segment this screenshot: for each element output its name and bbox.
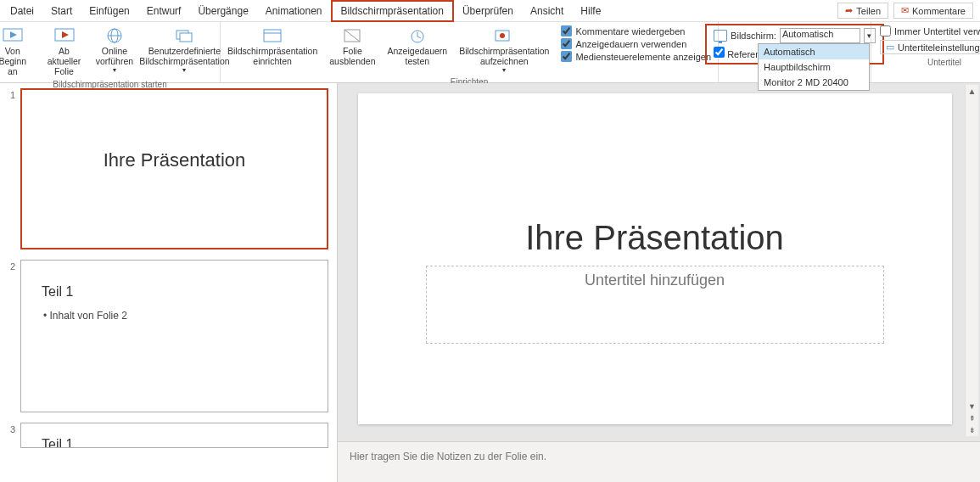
tab-hilfe[interactable]: Hilfe	[572, 2, 609, 20]
subtitle-settings-label: Untertiteleinstellungen	[898, 42, 980, 53]
custom-slideshow-icon	[172, 25, 196, 46]
btn-record-slideshow[interactable]: Bildschirmpräsentationaufzeichnen▾	[456, 24, 552, 76]
tab-entwurf[interactable]: Entwurf	[138, 2, 190, 20]
hide-slide-label: Folieausblenden	[329, 46, 375, 66]
thumb1-title: Ihre Präsentation	[37, 149, 311, 171]
present-online-label: Onlinevorführen	[96, 46, 133, 66]
slide-editor: Ihre Präsentation Untertitel hinzufügen …	[338, 83, 980, 482]
tab-einfuegen[interactable]: Einfügen	[81, 2, 137, 20]
share-button[interactable]: ➦Teilen	[837, 3, 888, 19]
chk-media-label: Mediensteuerelemente anzeigen	[575, 52, 711, 62]
group-setup: Bildschirmpräsentationeinrichten Folieau…	[221, 22, 719, 82]
group-start-label: Bildschirmpräsentation starten	[53, 78, 167, 91]
slide-title[interactable]: Ihre Präsentation	[525, 219, 784, 257]
share-icon: ➦	[845, 5, 853, 16]
tab-ansicht[interactable]: Ansicht	[522, 2, 572, 20]
setup-checkboxes: Kommentare wiedergeben Anzeigedauern ver…	[557, 24, 714, 64]
monitor-label: Bildschirm:	[731, 31, 776, 41]
from-current-icon	[53, 25, 76, 46]
thumb-number: 1	[3, 88, 15, 249]
from-current-label: Ab aktuellerFolie	[42, 46, 85, 76]
group-start-slideshow: VonBeginn an Ab aktuellerFolie Onlinevor…	[0, 22, 221, 82]
rehearse-icon	[406, 25, 429, 46]
custom-slideshow-label: BenutzerdefinierteBildschirmpräsentation	[139, 46, 229, 66]
btn-from-beginning[interactable]: VonBeginn an	[0, 24, 34, 78]
setup-label: Bildschirmpräsentationeinrichten	[227, 46, 317, 66]
tab-ueberpruefen[interactable]: Überprüfen	[454, 2, 522, 20]
slide-subtitle-placeholder[interactable]: Untertitel hinzufügen	[426, 266, 884, 344]
from-beginning-icon	[1, 25, 25, 46]
svg-marker-1	[10, 31, 17, 38]
rehearse-label: Anzeigedauerntesten	[388, 46, 448, 66]
tab-start[interactable]: Start	[42, 2, 81, 20]
btn-rehearse-timings[interactable]: Anzeigedauerntesten	[384, 24, 451, 68]
tab-bildschirmpraesentation[interactable]: Bildschirmpräsentation	[331, 0, 454, 22]
monitor-opt-primary[interactable]: Hauptbildschirm	[759, 59, 869, 75]
monitor-select[interactable]: Automatisch	[780, 28, 860, 43]
chk-show-media-controls[interactable]: Mediensteuerelemente anzeigen	[561, 51, 711, 62]
btn-from-current[interactable]: Ab aktuellerFolie	[39, 24, 88, 78]
scroll-down[interactable]: ▼	[966, 401, 978, 412]
comments-button[interactable]: ✉Kommentare	[893, 3, 973, 19]
slide-thumbnails-panel[interactable]: 1 Ihre Präsentation 2 Teil 1 • Inhalt vo…	[0, 83, 338, 482]
btn-custom-slideshow[interactable]: BenutzerdefinierteBildschirmpräsentation…	[140, 24, 229, 76]
subtitle-settings-icon: ▭	[886, 42, 894, 53]
main-area: 1 Ihre Präsentation 2 Teil 1 • Inhalt vo…	[0, 83, 980, 482]
chk-always-subtitles[interactable]: Immer Untertitel verwenden	[880, 25, 980, 36]
scroll-track[interactable]	[966, 98, 978, 392]
svg-rect-8	[180, 33, 192, 42]
svg-point-17	[500, 33, 505, 38]
thumb-number: 3	[3, 423, 15, 448]
btn-setup-slideshow[interactable]: Bildschirmpräsentationeinrichten	[224, 24, 321, 68]
svg-line-15	[417, 36, 421, 38]
monitor-dropdown: Automatisch Hauptbildschirm Monitor 2 MD…	[758, 43, 870, 91]
group-captions: Immer Untertitel verwenden ▭ Untertitele…	[871, 22, 980, 82]
thumbnail-slide-3[interactable]: Teil 1	[20, 423, 328, 448]
thumb3-heading: Teil 1	[42, 437, 312, 448]
slide-canvas-area[interactable]: Ihre Präsentation Untertitel hinzufügen	[338, 83, 980, 441]
present-online-icon	[103, 25, 126, 46]
comment-icon: ✉	[901, 5, 909, 16]
thumbnail-slide-1[interactable]: Ihre Präsentation	[20, 88, 328, 249]
tab-uebergaenge[interactable]: Übergänge	[189, 2, 256, 20]
record-label: Bildschirmpräsentationaufzeichnen	[459, 46, 549, 66]
monitor-icon	[714, 30, 727, 42]
menu-bar: Datei Start Einfügen Entwurf Übergänge A…	[0, 0, 980, 22]
prev-slide-nav[interactable]: ⇞	[966, 412, 978, 424]
tab-datei[interactable]: Datei	[2, 2, 42, 20]
group-captions-label: Untertitel	[927, 56, 961, 69]
vertical-scrollbar[interactable]: ▲ ▼ ⇞ ⇟	[965, 85, 978, 436]
ribbon: VonBeginn an Ab aktuellerFolie Onlinevor…	[0, 22, 980, 83]
svg-marker-3	[62, 31, 69, 38]
monitor-opt-2[interactable]: Monitor 2 MD 20400	[759, 75, 869, 90]
monitor-opt-auto[interactable]: Automatisch	[759, 44, 869, 59]
svg-rect-9	[264, 30, 281, 42]
chk-narr-label: Kommentare wiedergeben	[575, 26, 685, 36]
svg-line-12	[344, 30, 360, 42]
chk-use-timings[interactable]: Anzeigedauern verwenden	[561, 38, 711, 49]
thumb-number: 2	[3, 260, 15, 412]
setup-icon	[260, 25, 284, 46]
current-slide[interactable]: Ihre Präsentation Untertitel hinzufügen	[358, 93, 952, 424]
scroll-up[interactable]: ▲	[966, 85, 978, 98]
share-label: Teilen	[856, 6, 881, 16]
monitor-highlight-box: Bildschirm: Automatisch ▾ Referentena Au…	[705, 24, 884, 64]
always-subtitles-label: Immer Untertitel verwenden	[894, 26, 980, 36]
monitor-row: Bildschirm: Automatisch ▾	[714, 28, 876, 43]
btn-present-online[interactable]: Onlinevorführen▾	[94, 24, 135, 76]
btn-hide-slide[interactable]: Folieausblenden	[326, 24, 378, 68]
record-icon	[492, 25, 516, 46]
next-slide-nav[interactable]: ⇟	[966, 424, 978, 436]
group-monitors: Bildschirm: Automatisch ▾ Referentena Au…	[719, 22, 871, 82]
chk-timings-label: Anzeigedauern verwenden	[575, 39, 686, 49]
thumbnail-slide-2[interactable]: Teil 1 • Inhalt von Folie 2	[20, 260, 328, 412]
hide-slide-icon	[340, 25, 364, 46]
comments-label: Kommentare	[912, 6, 966, 16]
thumb2-bullet: • Inhalt von Folie 2	[43, 310, 312, 322]
notes-pane[interactable]: Hier tragen Sie die Notizen zu der Folie…	[338, 441, 980, 482]
tab-animationen[interactable]: Animationen	[257, 2, 331, 20]
from-beginning-label: VonBeginn an	[0, 46, 31, 76]
btn-subtitle-settings[interactable]: ▭ Untertiteleinstellungen ▾	[880, 40, 980, 54]
chk-play-narrations[interactable]: Kommentare wiedergeben	[561, 25, 711, 36]
thumb2-heading: Teil 1	[42, 284, 312, 300]
